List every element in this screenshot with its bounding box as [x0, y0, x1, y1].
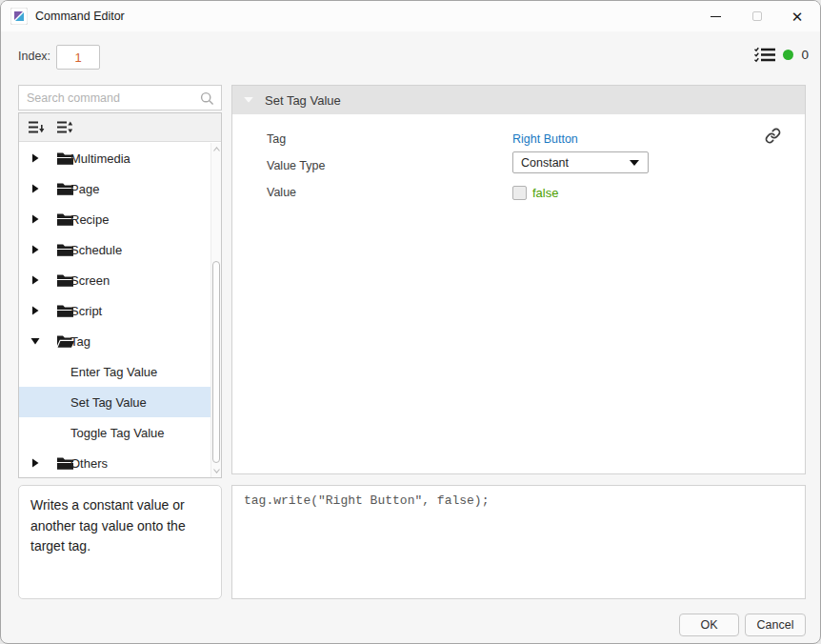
tree-item-label: Toggle Tag Value — [70, 426, 165, 440]
tree-item-multimedia[interactable]: Multimedia — [19, 143, 210, 173]
command-tree-panel: Multimedia Page Recipe Schedule Screen — [18, 112, 222, 478]
app-logo-icon — [10, 8, 28, 25]
tree-item-others[interactable]: Others — [19, 448, 210, 477]
expand-arrow-icon[interactable] — [30, 214, 40, 224]
cancel-button[interactable]: Cancel — [745, 614, 806, 636]
tree-item-label: Enter Tag Value — [70, 365, 157, 379]
expand-arrow-icon[interactable] — [30, 458, 40, 468]
command-tree: Multimedia Page Recipe Schedule Screen — [19, 143, 210, 477]
status-area: 0 — [754, 47, 809, 63]
value-row: Value false — [232, 179, 805, 206]
value-type-label: Value Type — [267, 159, 325, 172]
checklist-icon[interactable] — [754, 47, 775, 63]
tree-item-recipe[interactable]: Recipe — [19, 204, 210, 234]
command-editor-window: Command Editor ✕ Index: 0 — [0, 0, 821, 644]
expand-all-icon[interactable] — [55, 119, 74, 136]
ok-button[interactable]: OK — [679, 614, 739, 636]
value-label: Value — [267, 186, 296, 199]
panel-header[interactable]: Set Tag Value — [232, 86, 805, 114]
collapse-all-icon[interactable] — [27, 119, 46, 136]
tree-item-label: Schedule — [70, 243, 122, 257]
chevron-down-icon — [630, 160, 639, 166]
minimize-icon — [711, 16, 721, 17]
expand-arrow-icon[interactable] — [30, 153, 40, 163]
value-type-dropdown[interactable]: Constant — [512, 151, 649, 173]
maximize-icon — [752, 11, 762, 21]
command-description: Writes a constant value or another tag v… — [18, 485, 222, 599]
panel-title: Set Tag Value — [265, 93, 341, 108]
index-label: Index: — [18, 50, 50, 63]
tree-item-label: Others — [70, 456, 108, 471]
search-icon — [200, 91, 214, 106]
code-preview: tag.write("Right Button", false); — [231, 485, 806, 599]
expand-arrow-icon[interactable] — [30, 184, 40, 193]
maximize-button — [736, 1, 778, 31]
tree-item-label: Multimedia — [70, 151, 130, 166]
expand-arrow-icon[interactable] — [30, 275, 40, 285]
scrollbar-thumb[interactable] — [212, 261, 220, 463]
tree-item-tag[interactable]: Tag — [19, 326, 210, 356]
scroll-up-icon[interactable] — [211, 143, 222, 155]
tree-item-label: Recipe — [70, 212, 109, 227]
status-dot-icon — [783, 50, 793, 60]
search-input[interactable] — [27, 87, 198, 109]
minimize-button[interactable] — [694, 1, 736, 31]
window-title: Command Editor — [35, 1, 125, 31]
tree-item-label: Page — [70, 182, 99, 196]
tree-item-page[interactable]: Page — [19, 173, 210, 204]
tree-item-set-tag-value[interactable]: Set Tag Value — [19, 387, 210, 417]
expand-arrow-icon[interactable] — [30, 306, 40, 315]
index-input[interactable] — [56, 45, 100, 70]
tree-item-toggle-tag-value[interactable]: Toggle Tag Value — [19, 417, 210, 448]
tree-item-label: Screen — [70, 273, 110, 288]
tag-label: Tag — [267, 132, 286, 146]
set-tag-value-panel: Set Tag Value Tag Right Button Value Typ… — [231, 85, 806, 474]
value-type-row: Value Type Constant — [232, 152, 805, 179]
tree-item-label: Script — [70, 304, 102, 318]
value-checkbox[interactable] — [512, 186, 527, 200]
search-box — [18, 85, 222, 111]
tree-item-label: Set Tag Value — [70, 395, 147, 410]
tag-value-link[interactable]: Right Button — [512, 132, 578, 146]
tree-item-schedule[interactable]: Schedule — [19, 234, 210, 265]
tag-link-icon[interactable] — [765, 128, 781, 144]
value-type-selected: Constant — [521, 156, 630, 170]
tree-toolbar — [19, 113, 221, 142]
tree-item-label: Tag — [70, 334, 90, 349]
scroll-down-icon[interactable] — [211, 465, 222, 477]
status-count: 0 — [801, 48, 809, 62]
tree-item-enter-tag-value[interactable]: Enter Tag Value — [19, 356, 210, 387]
tree-scrollbar[interactable] — [210, 143, 221, 477]
tree-item-screen[interactable]: Screen — [19, 265, 210, 295]
title-bar: Command Editor ✕ — [1, 1, 820, 31]
collapse-section-icon — [244, 97, 253, 103]
value-text: false — [532, 186, 558, 200]
expand-arrow-icon[interactable] — [30, 245, 40, 254]
tag-row: Tag Right Button — [232, 126, 805, 152]
close-button[interactable]: ✕ — [776, 1, 818, 31]
close-icon: ✕ — [791, 10, 804, 24]
tree-item-script[interactable]: Script — [19, 295, 210, 326]
collapse-arrow-icon[interactable] — [30, 337, 40, 345]
